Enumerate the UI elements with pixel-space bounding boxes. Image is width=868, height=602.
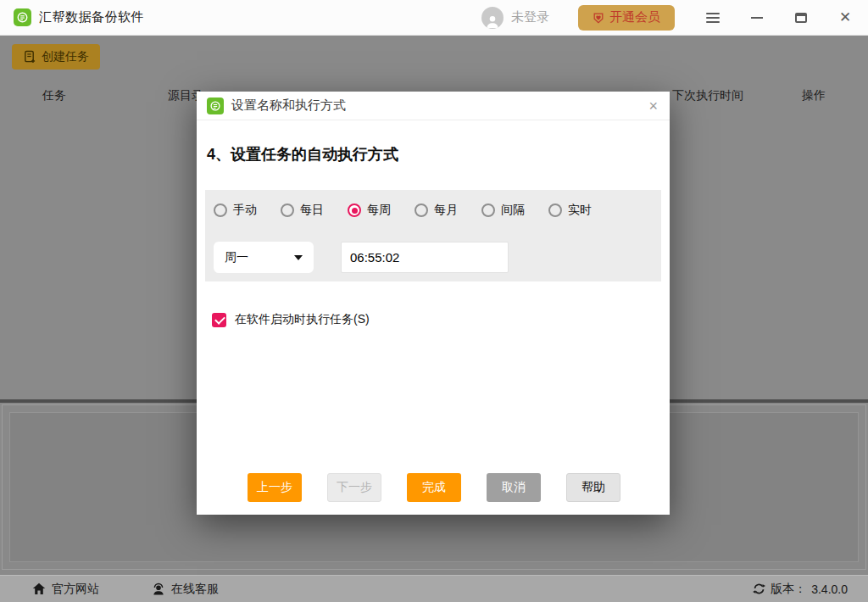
schedule-panel: 手动 每日 每周 每月 间隔 实时 (205, 190, 661, 281)
schedule-mode-group: 手动 每日 每周 每月 间隔 实时 (205, 190, 661, 218)
dialog-logo-icon (207, 98, 224, 114)
prev-step-button[interactable]: 上一步 (248, 473, 302, 502)
dialog-close-icon[interactable]: × (648, 98, 658, 114)
title-bar: 汇帮数据备份软件 未登录 开通会员 ✕ (0, 0, 868, 36)
radio-circle-icon (214, 203, 227, 217)
wizard-buttons: 上一步 下一步 完成 取消 帮助 (248, 473, 620, 502)
official-site-link[interactable]: 官方网站 (32, 582, 99, 597)
radio-circle-icon (415, 203, 428, 217)
run-on-startup-label: 在软件启动时执行任务(S) (235, 312, 370, 327)
document-plus-icon (23, 50, 36, 64)
minimize-icon[interactable] (749, 10, 765, 25)
maximize-icon[interactable] (793, 10, 809, 25)
create-task-label: 创建任务 (42, 49, 89, 64)
column-header-actions: 操作 (802, 88, 826, 103)
radio-weekly[interactable]: 每周 (348, 203, 391, 218)
step-heading: 4、设置任务的自动执行方式 (207, 144, 670, 164)
open-membership-button[interactable]: 开通会员 (578, 5, 675, 31)
radio-circle-icon (481, 203, 495, 217)
version-label: 版本： (771, 582, 806, 597)
user-avatar-icon (481, 7, 504, 29)
menu-icon[interactable] (705, 10, 721, 25)
login-status-label: 未登录 (511, 9, 549, 25)
next-step-button[interactable]: 下一步 (327, 473, 381, 502)
dialog-header: 设置名称和执行方式 × (197, 92, 670, 120)
weekday-select-value: 周一 (225, 250, 248, 265)
online-support-link[interactable]: 在线客服 (152, 582, 219, 597)
close-window-icon[interactable]: ✕ (837, 10, 853, 25)
login-status[interactable]: 未登录 (481, 7, 549, 29)
help-button[interactable]: 帮助 (566, 473, 620, 502)
app-logo-icon (14, 8, 31, 26)
radio-daily[interactable]: 每日 (281, 203, 324, 218)
version-value: 3.4.0.0 (811, 582, 848, 596)
official-site-label: 官方网站 (52, 582, 99, 597)
checkbox-checked-icon (212, 313, 226, 327)
radio-manual[interactable]: 手动 (214, 203, 257, 218)
radio-interval[interactable]: 间隔 (481, 203, 525, 218)
status-bar: 官方网站 在线客服 版本： 3.4.0.0 (0, 575, 868, 602)
cancel-button[interactable]: 取消 (487, 473, 541, 502)
time-input[interactable] (341, 242, 509, 273)
column-header-task: 任务 (42, 88, 66, 103)
open-membership-label: 开通会员 (609, 9, 660, 25)
column-header-next-run: 下次执行时间 (672, 88, 743, 103)
radio-monthly[interactable]: 每月 (415, 203, 458, 218)
weekday-select[interactable]: 周一 (214, 242, 314, 273)
radio-realtime[interactable]: 实时 (548, 203, 592, 218)
run-on-startup-checkbox[interactable]: 在软件启动时执行任务(S) (212, 312, 670, 327)
create-task-button[interactable]: 创建任务 (12, 44, 100, 70)
update-refresh-icon (753, 582, 765, 595)
version-info: 版本： 3.4.0.0 (753, 582, 848, 597)
finish-button[interactable]: 完成 (407, 473, 461, 502)
dialog-title: 设置名称和执行方式 (231, 98, 346, 114)
schedule-setup-dialog: 设置名称和执行方式 × 4、设置任务的自动执行方式 手动 每日 每周 每月 (197, 92, 670, 515)
home-icon (32, 582, 46, 595)
chevron-down-icon (294, 255, 303, 260)
radio-circle-icon (281, 203, 294, 217)
app-title: 汇帮数据备份软件 (39, 9, 144, 25)
radio-circle-icon (548, 203, 562, 217)
heart-badge-icon (593, 12, 604, 24)
radio-circle-icon (348, 203, 361, 217)
online-support-label: 在线客服 (171, 582, 219, 597)
support-agent-icon (152, 582, 165, 596)
